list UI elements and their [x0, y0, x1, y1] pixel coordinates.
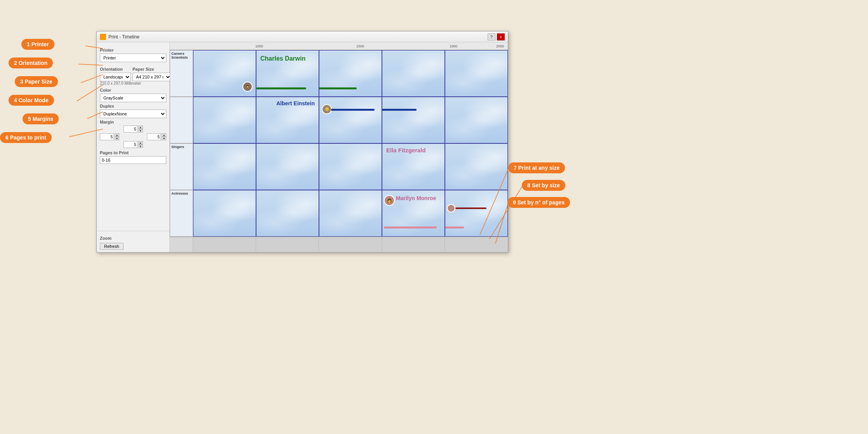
dialog-titlebar: Print - Timeline ? × [97, 31, 508, 42]
left-panel: Printer Printer Orientation Landscape Pa… [97, 42, 170, 252]
grid-cell-r3c5: Ella Fitzgerald [382, 143, 445, 190]
grid-cell-r3c4 [319, 143, 382, 190]
margin-left-input[interactable] [100, 133, 114, 140]
grid-cell-r2c2 [193, 97, 256, 143]
print-dialog: Print - Timeline ? × Printer Printer Ori… [96, 31, 508, 253]
grid-cell-r2c5 [382, 97, 445, 143]
printer-label: Printer [100, 48, 166, 52]
annotation-4: 4 Color Mode [9, 95, 54, 106]
ruler-mark-1000: 1000 [255, 44, 263, 48]
annotation-6: 6 Pages to print [0, 132, 52, 143]
orientation-select[interactable]: Landscape [100, 73, 131, 81]
grid-cell-r3c2 [193, 143, 256, 190]
margin-top-input[interactable] [124, 125, 138, 132]
margin-top-spinner[interactable]: ▲ ▼ [138, 125, 143, 132]
dialog-app-icon [100, 34, 106, 40]
grid-cell-r1c6 [445, 50, 508, 97]
annotation-5: 5 Margins [23, 113, 59, 124]
annotation-9: 9 Set by n° of pages [507, 197, 570, 208]
margin-bottom-spinner[interactable]: ▲ ▼ [138, 141, 143, 148]
label-actresses: Actresses [170, 190, 193, 237]
paper-size-select[interactable]: A4 210 x 297 mm [132, 73, 171, 81]
pages-to-print-label: Pages to Print [100, 150, 166, 155]
margin-label: Margin [100, 120, 166, 124]
duplex-select[interactable]: DuplexNone [100, 110, 166, 118]
timeline-ruler: 1000 1500 1900 2000 [170, 42, 508, 50]
grid-cell-r1c3: Charles Darwin [256, 50, 319, 97]
dialog-title: Print - Timeline [108, 34, 139, 40]
grid-cell-r1c2: 🧔 [193, 50, 256, 97]
ruler-mark-1500: 1500 [356, 44, 364, 48]
grid-cell-r1c4 [319, 50, 382, 97]
grid-cell-r4c3 [256, 190, 319, 237]
grid-cell-r2c6 [445, 97, 508, 143]
grid-cell-r1c5 [382, 50, 445, 97]
annotation-7: 7 Print at any size [508, 162, 565, 173]
help-button[interactable]: ? [488, 33, 495, 40]
label-singers: Singers [170, 143, 193, 190]
ruler-mark-1900: 1900 [450, 44, 457, 48]
grid-cell-r4c5: 👩 Marilyn Monroe [382, 190, 445, 237]
annotation-8: 8 Set by size [522, 180, 565, 191]
grid-cell-r2c4: 👴 [319, 97, 382, 143]
annotation-2: 2 Orientation [9, 58, 53, 68]
orientation-label: Orientation [100, 67, 131, 71]
dialog-body: Printer Printer Orientation Landscape Pa… [97, 42, 508, 252]
refresh-button[interactable]: Refresh [100, 243, 124, 250]
annotation-3: 3 Paper Size [15, 76, 58, 87]
duplex-label: Duplex [100, 104, 166, 108]
margin-right-input[interactable] [147, 133, 161, 140]
paper-size-note: 210.0 x 297.0 Millimeter [100, 81, 166, 85]
margin-left-spinner[interactable]: ▲ ▼ [115, 133, 119, 140]
label-einstein [170, 97, 193, 143]
grid-cell-r2c3: Albert Einstein [256, 97, 319, 143]
grid-cell-r4c2 [193, 190, 256, 237]
label-careers: CareersScientists [170, 50, 193, 97]
color-select[interactable]: GrayScale [100, 94, 166, 102]
grid-cell-r4c6 [445, 190, 508, 237]
margin-right-spinner[interactable]: ▲ ▼ [162, 133, 166, 140]
margin-bottom-input[interactable] [124, 141, 138, 148]
preview-area: 1000 1500 1900 2000 CareersScientists 🧔 [170, 42, 508, 252]
ruler-mark-2000: 2000 [496, 44, 504, 48]
grid-cell-r3c6 [445, 143, 508, 190]
close-button[interactable]: × [497, 33, 505, 40]
printer-select[interactable]: Printer [100, 54, 166, 62]
color-label: Color [100, 88, 166, 92]
zoom-label: Zoom [100, 236, 166, 241]
annotation-1: 1 Printer [21, 39, 54, 50]
paper-size-label: Paper Size [132, 67, 171, 71]
grid-cell-r3c3 [256, 143, 319, 190]
grid-cell-r4c4 [319, 190, 382, 237]
pages-to-print-input[interactable] [100, 156, 166, 164]
